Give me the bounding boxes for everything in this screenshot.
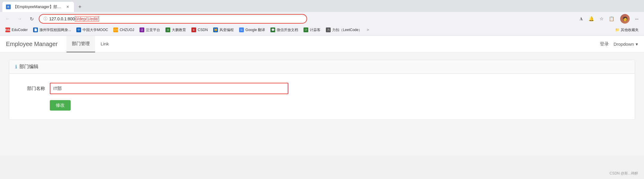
url-highlight: 0/dep/1/edit/ bbox=[75, 16, 99, 22]
bookmark-dapeng[interactable]: 大 大鹏教育 bbox=[163, 27, 188, 33]
bookmark-google[interactable]: G Google 翻译 bbox=[237, 27, 267, 33]
zufe-icon: 📄 bbox=[33, 27, 38, 32]
nav-tab-dep[interactable]: 部门管理 bbox=[66, 36, 95, 52]
bookmark-mooc[interactable]: 中 中国大学MOOC bbox=[74, 27, 110, 33]
address-actions: 𝐀 🔔 ☆ 📋 bbox=[577, 14, 616, 23]
nav-tabs: 部门管理 Link bbox=[66, 36, 114, 52]
folder-icon: 📁 bbox=[615, 28, 620, 32]
bookmark-csdn[interactable]: C CSDN bbox=[189, 27, 210, 33]
back-button[interactable]: ← bbox=[3, 14, 13, 24]
nav-tab-link[interactable]: Link bbox=[95, 36, 114, 52]
login-button[interactable]: 登录 bbox=[600, 41, 609, 47]
bookmark-educ[interactable]: Edu EduCoder bbox=[3, 27, 30, 33]
bookmark-label-tyyp: 泛亚平台 bbox=[146, 27, 160, 33]
tab-title: 【EmployeeManager】部门编辑 bbox=[13, 4, 63, 10]
form-btn-row: 修改 bbox=[50, 100, 629, 111]
more-button[interactable]: ··· bbox=[632, 14, 641, 23]
card-body: 部门名称 修改 bbox=[9, 74, 635, 120]
bookmarks-bar: Edu EduCoder 📄 滁州学院校园网身... 中 中国大学MOOC CH… bbox=[0, 26, 644, 36]
bookmark-label-dapeng: 大鹏教育 bbox=[172, 27, 186, 33]
wechat-icon: 💬 bbox=[270, 27, 275, 32]
bookmark-chzuoj[interactable]: CH CHZUOJ bbox=[111, 27, 137, 33]
footer-hint: CSDN @斯...禅醉 bbox=[609, 171, 638, 176]
chzuoj-icon: CH bbox=[113, 27, 118, 32]
dapeng-icon: 大 bbox=[165, 27, 170, 32]
alert-button[interactable]: 🔔 bbox=[587, 14, 596, 23]
bookmark-button[interactable]: ☆ bbox=[597, 14, 606, 23]
page-body: Employee Manager 部门管理 Link 登录 Dropdown ▾… bbox=[0, 36, 644, 155]
nav-tab-link-label: Link bbox=[100, 41, 109, 46]
bookmarks-more-button[interactable]: > bbox=[365, 27, 371, 33]
bookmark-tyyp[interactable]: 泛 泛亚平台 bbox=[137, 27, 162, 33]
bookmark-label-jicai: 计蒜客 bbox=[310, 27, 321, 33]
bookmark-jicai[interactable]: 计 计蒜客 bbox=[301, 27, 323, 33]
tyyp-icon: 泛 bbox=[140, 27, 144, 32]
google-icon: G bbox=[239, 27, 244, 32]
folder-label: 其他收藏夹 bbox=[621, 27, 639, 33]
navbar-right: 登录 Dropdown ▾ bbox=[600, 41, 638, 47]
bookmark-label-chzuoj: CHZUOJ bbox=[120, 28, 134, 32]
card-header: ℹ 部门编辑 bbox=[9, 60, 635, 74]
address-text: 127.0.0.1:8000/dep/1/edit/ bbox=[49, 16, 302, 21]
dropdown-label: Dropdown bbox=[614, 42, 634, 47]
mooc-icon: 中 bbox=[76, 27, 81, 32]
bookmark-label-lika: 力扣（LeetCode） bbox=[332, 27, 362, 33]
forward-button[interactable]: → bbox=[15, 14, 24, 24]
csdn-icon: C bbox=[191, 27, 196, 32]
tab-favicon: E bbox=[6, 4, 11, 9]
jicai-icon: 计 bbox=[304, 27, 308, 32]
bookmark-label-csdn: CSDN bbox=[198, 28, 208, 32]
bookmarks-folder[interactable]: 📁 其他收藏夹 bbox=[613, 27, 641, 33]
dep-name-input[interactable] bbox=[50, 83, 288, 94]
profile-area: 🧑 bbox=[620, 14, 630, 24]
bookmark-label-wechat: 微信开放文档 bbox=[277, 27, 298, 33]
dropdown-button[interactable]: Dropdown ▾ bbox=[614, 42, 638, 47]
bookmark-wechat[interactable]: 💬 微信开放文档 bbox=[268, 27, 301, 33]
card-header-icon: ℹ bbox=[15, 64, 17, 70]
card-header-title: 部门编辑 bbox=[19, 64, 38, 70]
educ-icon: Edu bbox=[5, 27, 10, 32]
new-tab-button[interactable]: + bbox=[76, 3, 84, 11]
bookmark-zufe[interactable]: 📄 滁州学院校园网身... bbox=[31, 27, 73, 33]
bookmark-label-educ: EduCoder bbox=[12, 28, 28, 32]
app-brand: Employee Manager bbox=[6, 41, 58, 48]
secure-icon: ⓘ bbox=[44, 16, 47, 22]
bookmark-label-fengbian: 风变编程 bbox=[219, 27, 234, 33]
address-bar-row: ← → ↻ ⓘ 127.0.0.1:8000/dep/1/edit/ 𝐀 🔔 ☆… bbox=[0, 12, 644, 26]
read-mode-button[interactable]: 𝐀 bbox=[577, 14, 586, 23]
bookmark-label-google: Google 翻译 bbox=[245, 27, 265, 33]
bookmark-label-mooc: 中国大学MOOC bbox=[83, 27, 108, 33]
bookmark-label-zufe: 滁州学院校园网身... bbox=[39, 27, 71, 33]
refresh-button[interactable]: ↻ bbox=[27, 14, 36, 24]
dropdown-arrow-icon: ▾ bbox=[636, 42, 638, 47]
submit-button[interactable]: 修改 bbox=[50, 100, 71, 111]
profile-avatar[interactable]: 🧑 bbox=[620, 14, 630, 24]
edit-card: ℹ 部门编辑 部门名称 修改 bbox=[9, 60, 635, 120]
bookmark-lika[interactable]: 力 力扣（LeetCode） bbox=[323, 27, 364, 33]
collection-button[interactable]: 📋 bbox=[607, 14, 616, 23]
fengbian-icon: 🐱 bbox=[213, 27, 218, 32]
active-tab[interactable]: E 【EmployeeManager】部门编辑 ✕ bbox=[2, 2, 74, 12]
tab-bar: E 【EmployeeManager】部门编辑 ✕ + bbox=[0, 0, 644, 12]
nav-tab-dep-label: 部门管理 bbox=[72, 41, 90, 47]
dep-name-label: 部门名称 bbox=[15, 86, 45, 91]
address-bar[interactable]: ⓘ 127.0.0.1:8000/dep/1/edit/ bbox=[39, 14, 307, 24]
tab-close-button[interactable]: ✕ bbox=[65, 4, 70, 10]
dep-name-form-group: 部门名称 bbox=[15, 83, 629, 94]
bookmark-fengbian[interactable]: 🐱 风变编程 bbox=[211, 27, 236, 33]
app-navbar: Employee Manager 部门管理 Link 登录 Dropdown ▾ bbox=[0, 36, 644, 53]
main-content: ℹ 部门编辑 部门名称 修改 bbox=[0, 53, 644, 127]
url-prefix: 127.0.0.1:800 bbox=[49, 16, 75, 21]
lika-icon: 力 bbox=[326, 27, 331, 32]
